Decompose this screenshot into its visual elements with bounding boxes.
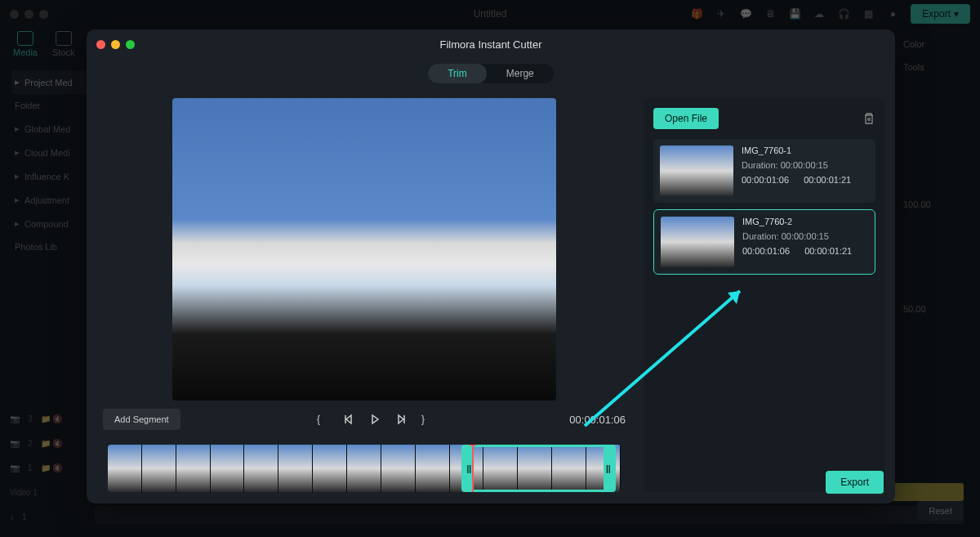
traffic-lights [10,10,48,19]
sidebar-photos[interactable]: Photos Lib [11,235,93,258]
trim-handle-right[interactable]: || [604,447,613,490]
clip-card-1[interactable]: IMG_7760-1 Duration: 00:00:00:15 00:00:0… [653,139,875,203]
minimize-window-icon[interactable] [24,10,33,19]
modal-close-icon[interactable] [96,40,105,49]
track-label-2: 📷 2 📁 🔇 [10,431,83,455]
sidebar-influence[interactable]: ▸Influence K [11,164,93,188]
track-label-video1: Video 1 [10,480,83,504]
track-labels: 📷 3 📁 🔇 📷 2 📁 🔇 📷 1 📁 🔇 Video 1 ♪ 1 [10,406,83,529]
preview-column: Add Segment { } 00:00:01:06 || || [96,98,632,492]
modal-body: Add Segment { } 00:00:01:06 || || [87,92,895,492]
track-label-1: 📷 1 📁 🔇 [10,455,83,480]
preview-image [172,98,556,401]
filmstrip-selection[interactable]: || || [461,445,615,492]
track-label-3: 📷 3 📁 🔇 [10,406,83,431]
tab-media[interactable]: Media [13,31,38,57]
modal-traffic-lights [96,40,135,49]
main-export-button[interactable]: Export▾ [911,4,970,24]
play-icon[interactable] [369,414,381,425]
add-segment-button[interactable]: Add Segment [103,409,180,430]
modal-titlebar: Filmora Instant Cutter [87,29,895,59]
preview-controls: Add Segment { } 00:00:01:06 [96,401,632,438]
track-empty[interactable] [95,506,964,524]
right-color[interactable]: Color [903,33,969,56]
next-frame-icon[interactable] [395,414,407,425]
open-file-button[interactable]: Open File [653,108,719,129]
clips-panel: Open File IMG_7760-1 Duration: 00:00:00:… [644,98,885,492]
message-icon[interactable]: 💬 [739,7,752,20]
gift-icon[interactable]: 🎁 [690,7,703,20]
sidebar-folder[interactable]: Folder [11,94,93,117]
sidebar-project-media[interactable]: ▸Project Med [11,70,93,94]
bracket-start-icon[interactable]: { [317,414,328,425]
tab-stock[interactable]: Stock [52,31,75,57]
monitor-icon[interactable]: 🖥 [764,7,777,20]
trash-icon[interactable] [862,112,875,125]
close-window-icon[interactable] [10,10,19,19]
sidebar-cloud-media[interactable]: ▸Cloud Medi [11,141,93,164]
titlebar-actions: 🎁 ✈ 💬 🖥 💾 ☁ 🎧 ▦ ● Export▾ [690,4,970,24]
clip-thumbnail [660,145,733,196]
clip-duration: Duration: 00:00:00:15 [742,160,869,170]
mode-tab-trim[interactable]: Trim [428,64,487,83]
clips-header: Open File [653,108,875,129]
modal-maximize-icon[interactable] [126,40,135,49]
cloud-icon[interactable]: ☁ [813,7,826,20]
right-panel: Color Tools 100.00 50.00 [903,33,969,320]
save-icon[interactable]: 💾 [788,7,801,20]
clip-times: 00:00:01:0600:00:01:21 [742,175,869,185]
right-value: 100.00 [903,193,969,216]
sidebar-adjustment[interactable]: ▸Adjustment [11,188,93,212]
clip-thumbnail [661,217,734,267]
filmstrip-playhead[interactable] [472,445,474,492]
sidebar-global-media[interactable]: ▸Global Med [11,117,93,141]
maximize-window-icon[interactable] [39,10,48,19]
filmstrip[interactable]: || || [108,445,621,492]
reset-button[interactable]: Reset [917,501,964,521]
track-label-audio1: ♪ 1 [10,504,83,529]
clip-duration: Duration: 00:00:00:15 [742,231,868,241]
clip-name: IMG_7760-2 [742,217,868,226]
project-title: Untitled [474,8,507,20]
sidebar: ▸Project Med Folder ▸Global Med ▸Cloud M… [11,70,93,258]
modal-export-button[interactable]: Export [826,471,884,494]
right-tools[interactable]: Tools [903,56,969,78]
right-value2: 50.00 [903,298,969,320]
sidebar-compound[interactable]: ▸Compound [11,212,93,235]
clip-name: IMG_7760-1 [742,145,869,155]
instant-cutter-modal: Filmora Instant Cutter Trim Merge Add Se… [87,29,895,503]
clip-card-2[interactable]: IMG_7760-2 Duration: 00:00:00:15 00:00:0… [653,209,875,275]
bracket-end-icon[interactable]: } [421,414,433,425]
modal-title: Filmora Instant Cutter [440,38,542,51]
mode-tab-merge[interactable]: Merge [487,64,554,83]
send-icon[interactable]: ✈ [715,7,728,20]
main-titlebar: Untitled 🎁 ✈ 💬 🖥 💾 ☁ 🎧 ▦ ● Export▾ [0,0,980,28]
prev-frame-icon[interactable] [343,414,354,425]
chevron-down-icon: ▾ [954,8,959,20]
avatar-icon[interactable]: ● [886,7,899,20]
clip-times: 00:00:01:0600:00:01:21 [742,246,868,256]
headphones-icon[interactable]: 🎧 [837,7,850,20]
modal-minimize-icon[interactable] [111,40,120,49]
mode-tabs: Trim Merge [87,59,895,92]
timecode-display: 00:00:01:06 [569,414,626,426]
apps-icon[interactable]: ▦ [862,7,875,20]
